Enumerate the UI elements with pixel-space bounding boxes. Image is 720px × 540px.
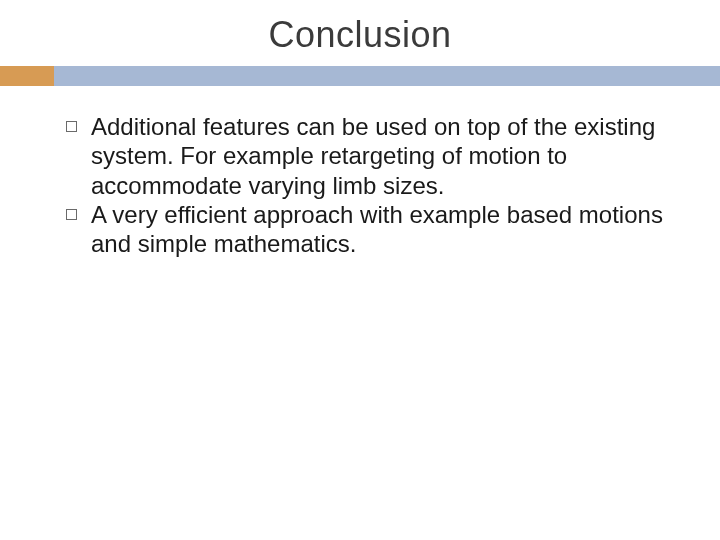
bullet-text: A very efficient approach with example b… (91, 200, 670, 259)
divider-bar (0, 66, 720, 86)
list-item: A very efficient approach with example b… (66, 200, 670, 259)
bar-block (54, 66, 720, 86)
slide: Conclusion Additional features can be us… (0, 0, 720, 540)
square-bullet-icon (66, 121, 77, 132)
content-area: Additional features can be used on top o… (0, 86, 720, 258)
accent-block (0, 66, 54, 86)
slide-title: Conclusion (0, 0, 720, 66)
list-item: Additional features can be used on top o… (66, 112, 670, 200)
bullet-list: Additional features can be used on top o… (66, 112, 670, 258)
bullet-text: Additional features can be used on top o… (91, 112, 670, 200)
square-bullet-icon (66, 209, 77, 220)
